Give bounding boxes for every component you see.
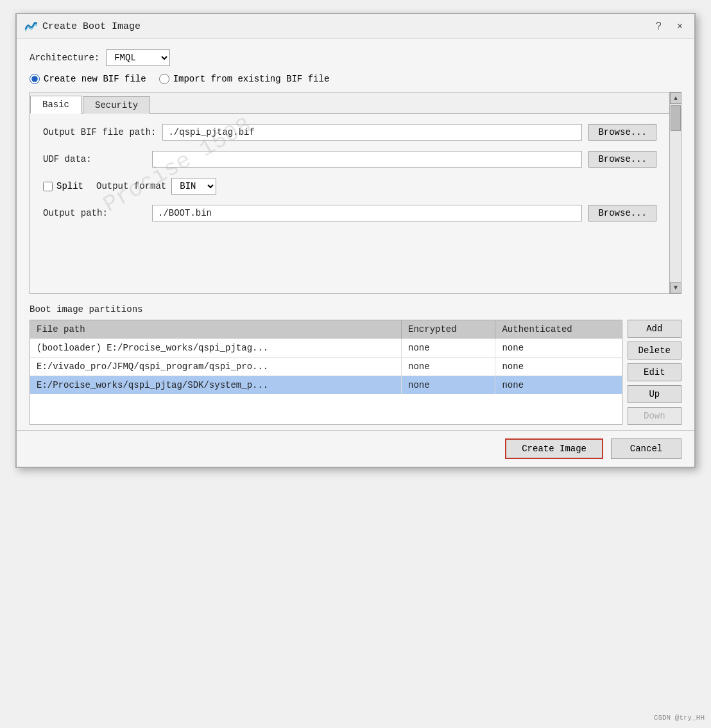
output-bif-label: Output BIF file path:: [43, 127, 156, 137]
partitions-tbody: (bootloader) E:/Procise_works/qspi_pjtag…: [30, 339, 622, 395]
partitions-table-wrapper: File path Encrypted Authenticated (bootl…: [30, 320, 622, 425]
cell-authenticated: none: [495, 376, 622, 395]
output-format-select[interactable]: BIN MCS HEX: [171, 178, 216, 195]
output-format-label: Output format: [96, 181, 166, 191]
tabs-inner: Basic Security Procise 1508 Output BIF f…: [30, 92, 669, 293]
split-checkbox[interactable]: [43, 182, 53, 191]
udf-row: UDF data: Browse...: [43, 151, 656, 168]
partitions-header-row: File path Encrypted Authenticated: [30, 320, 622, 339]
create-bif-radio[interactable]: [30, 74, 40, 84]
architecture-label: Architecture:: [30, 53, 99, 63]
architecture-select[interactable]: FMQL Zynq ZynqMP: [106, 49, 170, 66]
partitions-buttons: Add Delete Edit Up Down: [628, 320, 681, 425]
tabs-with-scrollbar: Basic Security Procise 1508 Output BIF f…: [30, 92, 681, 294]
scroll-down-arrow[interactable]: ▼: [670, 282, 681, 293]
col-authenticated: Authenticated: [495, 320, 622, 339]
import-bif-label: Import from existing BIF file: [173, 74, 330, 84]
split-label: Split: [56, 181, 83, 191]
udf-label: UDF data:: [43, 154, 146, 164]
cell-authenticated: none: [495, 358, 622, 376]
create-bif-radio-label[interactable]: Create new BIF file: [30, 74, 146, 84]
split-checkbox-label[interactable]: Split: [43, 181, 83, 191]
cell-encrypted: none: [402, 339, 495, 358]
table-row[interactable]: (bootloader) E:/Procise_works/qspi_pjtag…: [30, 339, 622, 358]
cancel-btn[interactable]: Cancel: [611, 438, 681, 459]
partitions-table: File path Encrypted Authenticated (bootl…: [30, 320, 622, 394]
col-encrypted: Encrypted: [402, 320, 495, 339]
partitions-thead: File path Encrypted Authenticated: [30, 320, 622, 339]
import-bif-radio[interactable]: [159, 74, 169, 84]
partitions-section: Boot image partitions File path Encrypte…: [17, 304, 694, 430]
down-partition-btn[interactable]: Down: [628, 407, 681, 425]
help-button[interactable]: ?: [652, 19, 665, 33]
partitions-title: Boot image partitions: [30, 304, 681, 315]
tab-basic[interactable]: Basic: [30, 96, 81, 114]
partitions-layout: File path Encrypted Authenticated (bootl…: [30, 320, 681, 425]
delete-partition-btn[interactable]: Delete: [628, 342, 681, 360]
create-image-btn[interactable]: Create Image: [505, 438, 603, 459]
close-button[interactable]: ×: [673, 19, 687, 33]
dialog-body: Architecture: FMQL Zynq ZynqMP Create ne…: [17, 39, 694, 304]
cell-file-path: E:/vivado_pro/JFMQ/qspi_program/qspi_pro…: [30, 358, 402, 376]
csdn-badge: CSDN @try_HH: [654, 714, 705, 722]
tab-security[interactable]: Security: [83, 96, 150, 114]
udf-browse-btn[interactable]: Browse...: [588, 151, 656, 168]
split-format-row: Split Output format BIN MCS HEX: [43, 178, 656, 195]
dialog-footer: Create Image Cancel: [17, 430, 694, 467]
up-partition-btn[interactable]: Up: [628, 385, 681, 403]
output-bif-input[interactable]: [162, 124, 582, 141]
table-row[interactable]: E:/vivado_pro/JFMQ/qspi_program/qspi_pro…: [30, 358, 622, 376]
title-bar: Create Boot Image ? ×: [17, 14, 694, 39]
tabs-header: Basic Security: [30, 92, 669, 114]
cell-authenticated: none: [495, 339, 622, 358]
cell-file-path: E:/Procise_works/qspi_pjtag/SDK/system_p…: [30, 376, 402, 395]
scroll-thumb[interactable]: [671, 105, 681, 131]
scroll-up-arrow[interactable]: ▲: [670, 92, 681, 104]
create-boot-image-dialog: Create Boot Image ? × Architecture: FMQL…: [15, 13, 696, 468]
udf-input[interactable]: [152, 151, 582, 168]
import-bif-radio-label[interactable]: Import from existing BIF file: [159, 74, 330, 84]
bif-source-group: Create new BIF file Import from existing…: [30, 74, 681, 84]
output-path-label: Output path:: [43, 208, 146, 218]
add-partition-btn[interactable]: Add: [628, 320, 681, 338]
title-bar-left: Create Boot Image: [24, 20, 141, 33]
table-row[interactable]: E:/Procise_works/qspi_pjtag/SDK/system_p…: [30, 376, 622, 395]
dialog-title: Create Boot Image: [42, 21, 141, 32]
output-path-row: Output path: Browse...: [43, 205, 656, 221]
cell-encrypted: none: [402, 376, 495, 395]
scroll-track: [670, 104, 681, 282]
output-bif-browse-btn[interactable]: Browse...: [588, 124, 656, 141]
col-file-path: File path: [30, 320, 402, 339]
output-path-browse-btn[interactable]: Browse...: [588, 205, 656, 221]
output-format-group: Output format BIN MCS HEX: [96, 178, 216, 195]
output-path-input[interactable]: [152, 205, 582, 221]
title-bar-controls: ? ×: [652, 19, 687, 33]
vertical-scrollbar[interactable]: ▲ ▼: [669, 92, 681, 293]
architecture-row: Architecture: FMQL Zynq ZynqMP: [30, 49, 681, 66]
cell-encrypted: none: [402, 358, 495, 376]
create-bif-label: Create new BIF file: [44, 74, 146, 84]
tab-content-basic: Procise 1508 Output BIF file path: Brows…: [30, 114, 669, 293]
app-icon: [24, 20, 37, 33]
cell-file-path: (bootloader) E:/Procise_works/qspi_pjtag…: [30, 339, 402, 358]
output-bif-row: Output BIF file path: Browse...: [43, 124, 656, 141]
edit-partition-btn[interactable]: Edit: [628, 363, 681, 381]
